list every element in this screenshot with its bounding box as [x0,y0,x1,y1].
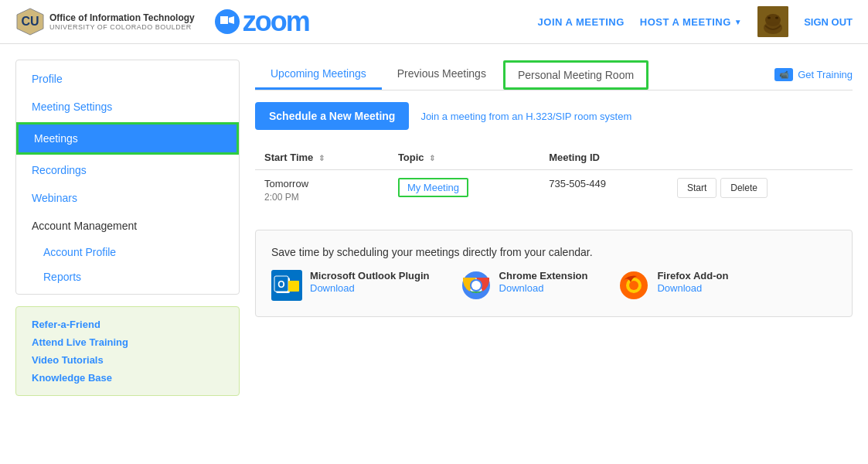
host-meeting-dropdown-icon: ▼ [734,18,742,26]
plugins-row: O Microsoft Outlook Plugin Download [271,270,836,301]
sidebar-item-account-profile[interactable]: Account Profile [16,240,239,264]
svg-marker-3 [229,16,234,24]
col-meeting-id: Meeting ID [540,145,668,170]
get-training-link[interactable]: 📹 Get Training [774,68,853,81]
col-start-time: Start Time ⇕ [255,145,389,170]
plugin-firefox-download[interactable]: Download [657,282,702,294]
tab-previous[interactable]: Previous Meetings [382,60,502,90]
meetings-table: Start Time ⇕ Topic ⇕ Meeting ID [255,145,853,210]
time-secondary: 2:00 PM [264,192,380,203]
zoom-icon [215,9,240,34]
h323-link[interactable]: Join a meeting from an H.323/SIP room sy… [420,111,631,122]
svg-point-7 [775,17,778,19]
content: Upcoming Meetings Previous Meetings Pers… [255,60,853,396]
meeting-topic-link[interactable]: My Meeting [398,178,468,197]
user-avatar[interactable] [757,6,788,37]
cu-logo: CU Office of Information Technology UNIV… [15,7,195,36]
main-layout: Profile Meeting Settings Meetings Record… [0,44,868,411]
header-left: CU Office of Information Technology UNIV… [15,7,538,36]
join-meeting-link[interactable]: JOIN A MEETING [538,16,625,28]
cell-topic: My Meeting [389,170,540,211]
svg-marker-2 [220,16,228,24]
sidebar-promo: Refer-a-Friend Attend Live Training Vide… [15,306,240,396]
sidebar-item-profile[interactable]: Profile [16,65,239,93]
sidebar-item-recordings[interactable]: Recordings [16,156,239,184]
plugin-outlook-download[interactable]: Download [310,282,355,294]
calendar-section: Save time by scheduling your meetings di… [255,230,853,317]
sidebar-item-meeting-settings[interactable]: Meeting Settings [16,93,239,121]
cu-shield-icon: CU [15,7,45,36]
tabs-row: Upcoming Meetings Previous Meetings Pers… [255,60,853,90]
zoom-logo: zoom [215,8,309,36]
svg-point-8 [764,22,782,34]
plugin-chrome-download[interactable]: Download [499,282,544,294]
promo-link-training[interactable]: Attend Live Training [32,336,223,348]
calendar-text: Save time by scheduling your meetings di… [271,246,836,258]
svg-text:CU: CU [21,15,39,28]
promo-link-refer[interactable]: Refer-a-Friend [32,319,223,330]
svg-point-17 [471,281,481,290]
plugin-outlook-info: Microsoft Outlook Plugin Download [310,270,430,294]
schedule-meeting-button[interactable]: Schedule a New Meeting [255,102,409,130]
sidebar-nav: Profile Meeting Settings Meetings Record… [15,60,240,295]
chrome-icon [461,270,492,301]
action-row: Schedule a New Meeting Join a meeting fr… [255,102,853,130]
promo-link-kb[interactable]: Knowledge Base [32,372,223,384]
cell-actions: Start Delete [668,170,853,211]
oit-text: Office of Information Technology UNIVERS… [49,12,195,31]
promo-link-tutorials[interactable]: Video Tutorials [32,354,223,366]
svg-point-6 [768,17,771,19]
cell-meeting-id: 735-505-449 [540,170,668,211]
header-right: JOIN A MEETING HOST A MEETING ▼ SIGN OUT [538,6,853,37]
delete-meeting-button[interactable]: Delete [720,178,768,198]
start-meeting-button[interactable]: Start [677,178,717,198]
sort-icon-start-time[interactable]: ⇕ [318,154,325,162]
plugin-firefox: Firefox Add-on Download [618,270,728,301]
plugin-outlook-name: Microsoft Outlook Plugin [310,270,430,281]
video-camera-icon: 📹 [774,68,793,81]
col-actions [668,145,853,170]
sidebar-item-reports[interactable]: Reports [16,264,239,289]
plugin-chrome: Chrome Extension Download [461,270,588,301]
table-row: Tomorrow 2:00 PM My Meeting 735-505-449 … [255,170,853,211]
svg-text:O: O [277,279,284,290]
plugin-firefox-name: Firefox Add-on [657,270,728,281]
header: CU Office of Information Technology UNIV… [0,0,868,44]
sidebar-item-meetings[interactable]: Meetings [16,122,239,155]
plugin-chrome-name: Chrome Extension [499,270,588,281]
sign-out-link[interactable]: SIGN OUT [804,16,853,28]
cell-start-time: Tomorrow 2:00 PM [255,170,389,211]
sidebar-section-account-management: Account Management [16,212,239,240]
plugin-firefox-info: Firefox Add-on Download [657,270,728,294]
outlook-icon: O [271,270,302,301]
svg-point-20 [629,281,638,290]
plugin-chrome-info: Chrome Extension Download [499,270,588,294]
sidebar-item-webinars[interactable]: Webinars [16,184,239,212]
col-topic: Topic ⇕ [389,145,540,170]
host-meeting-link[interactable]: HOST A MEETING ▼ [640,16,742,28]
svg-rect-13 [288,281,299,292]
tab-upcoming[interactable]: Upcoming Meetings [255,60,382,90]
plugin-outlook: O Microsoft Outlook Plugin Download [271,270,430,301]
tab-personal-room[interactable]: Personal Meeting Room [503,60,648,90]
sidebar: Profile Meeting Settings Meetings Record… [15,60,240,396]
sort-icon-topic[interactable]: ⇕ [429,154,435,162]
table-actions: Start Delete [677,178,843,198]
firefox-icon [618,270,649,301]
zoom-text: zoom [243,8,309,36]
